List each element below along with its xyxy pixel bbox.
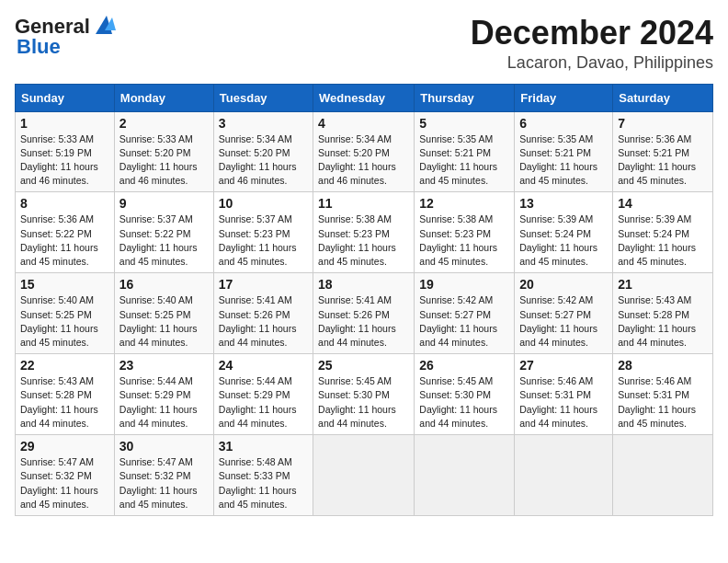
day-info: Sunrise: 5:35 AMSunset: 5:21 PMDaylight:… bbox=[519, 132, 608, 189]
calendar-week-row: 29Sunrise: 5:47 AMSunset: 5:32 PMDayligh… bbox=[16, 435, 713, 516]
day-info: Sunrise: 5:40 AMSunset: 5:25 PMDaylight:… bbox=[119, 293, 209, 350]
day-number: 19 bbox=[419, 277, 509, 292]
header-cell-sunday: Sunday bbox=[16, 84, 115, 111]
day-number: 26 bbox=[419, 358, 509, 373]
header-cell-friday: Friday bbox=[515, 84, 613, 111]
header-cell-monday: Monday bbox=[114, 84, 213, 111]
day-number: 28 bbox=[618, 358, 708, 373]
month-title: December 2024 bbox=[471, 15, 713, 52]
calendar-cell: 26Sunrise: 5:45 AMSunset: 5:30 PMDayligh… bbox=[415, 354, 515, 435]
calendar-cell bbox=[415, 435, 515, 516]
calendar-cell: 7Sunrise: 5:36 AMSunset: 5:21 PMDaylight… bbox=[613, 111, 713, 192]
day-number: 21 bbox=[618, 277, 708, 292]
day-number: 10 bbox=[219, 196, 308, 211]
calendar-cell: 21Sunrise: 5:43 AMSunset: 5:28 PMDayligh… bbox=[613, 273, 713, 354]
day-number: 29 bbox=[20, 439, 109, 454]
calendar-cell: 20Sunrise: 5:42 AMSunset: 5:27 PMDayligh… bbox=[515, 273, 613, 354]
day-info: Sunrise: 5:42 AMSunset: 5:27 PMDaylight:… bbox=[519, 293, 608, 350]
day-info: Sunrise: 5:45 AMSunset: 5:30 PMDaylight:… bbox=[318, 374, 409, 431]
calendar-cell: 23Sunrise: 5:44 AMSunset: 5:29 PMDayligh… bbox=[114, 354, 213, 435]
header-cell-tuesday: Tuesday bbox=[213, 84, 313, 111]
day-info: Sunrise: 5:47 AMSunset: 5:32 PMDaylight:… bbox=[20, 455, 109, 511]
day-info: Sunrise: 5:36 AMSunset: 5:22 PMDaylight:… bbox=[20, 213, 109, 269]
calendar-cell: 27Sunrise: 5:46 AMSunset: 5:31 PMDayligh… bbox=[515, 354, 613, 435]
calendar-week-row: 1Sunrise: 5:33 AMSunset: 5:19 PMDaylight… bbox=[16, 111, 713, 192]
day-info: Sunrise: 5:34 AMSunset: 5:20 PMDaylight:… bbox=[219, 132, 308, 189]
day-number: 27 bbox=[519, 358, 608, 373]
title-section: December 2024 Lacaron, Davao, Philippine… bbox=[471, 15, 713, 73]
day-info: Sunrise: 5:39 AMSunset: 5:24 PMDaylight:… bbox=[618, 213, 708, 269]
day-number: 17 bbox=[219, 277, 308, 292]
day-number: 6 bbox=[519, 116, 608, 131]
day-info: Sunrise: 5:44 AMSunset: 5:29 PMDaylight:… bbox=[219, 374, 308, 431]
day-number: 7 bbox=[618, 116, 708, 131]
calendar-cell: 25Sunrise: 5:45 AMSunset: 5:30 PMDayligh… bbox=[313, 354, 415, 435]
day-number: 30 bbox=[119, 439, 209, 454]
day-info: Sunrise: 5:37 AMSunset: 5:22 PMDaylight:… bbox=[119, 213, 209, 269]
day-info: Sunrise: 5:46 AMSunset: 5:31 PMDaylight:… bbox=[519, 374, 608, 431]
calendar-cell: 8Sunrise: 5:36 AMSunset: 5:22 PMDaylight… bbox=[16, 192, 115, 273]
header-cell-saturday: Saturday bbox=[613, 84, 713, 111]
day-number: 8 bbox=[20, 196, 109, 211]
calendar-cell: 15Sunrise: 5:40 AMSunset: 5:25 PMDayligh… bbox=[16, 273, 115, 354]
calendar-cell: 6Sunrise: 5:35 AMSunset: 5:21 PMDaylight… bbox=[515, 111, 613, 192]
calendar-cell: 28Sunrise: 5:46 AMSunset: 5:31 PMDayligh… bbox=[613, 354, 713, 435]
logo: General Blue bbox=[15, 15, 118, 59]
calendar-cell bbox=[313, 435, 415, 516]
header-row: SundayMondayTuesdayWednesdayThursdayFrid… bbox=[16, 84, 713, 111]
day-info: Sunrise: 5:39 AMSunset: 5:24 PMDaylight:… bbox=[519, 213, 608, 269]
calendar-cell: 2Sunrise: 5:33 AMSunset: 5:20 PMDaylight… bbox=[114, 111, 213, 192]
day-info: Sunrise: 5:35 AMSunset: 5:21 PMDaylight:… bbox=[419, 132, 509, 189]
calendar-cell: 22Sunrise: 5:43 AMSunset: 5:28 PMDayligh… bbox=[16, 354, 115, 435]
day-number: 5 bbox=[419, 116, 509, 131]
calendar-cell: 17Sunrise: 5:41 AMSunset: 5:26 PMDayligh… bbox=[213, 273, 313, 354]
day-number: 1 bbox=[20, 116, 109, 131]
day-info: Sunrise: 5:33 AMSunset: 5:20 PMDaylight:… bbox=[119, 132, 209, 189]
calendar-week-row: 22Sunrise: 5:43 AMSunset: 5:28 PMDayligh… bbox=[16, 354, 713, 435]
calendar-week-row: 8Sunrise: 5:36 AMSunset: 5:22 PMDaylight… bbox=[16, 192, 713, 273]
calendar-cell bbox=[515, 435, 613, 516]
day-number: 9 bbox=[119, 196, 209, 211]
page-header: General Blue December 2024 Lacaron, Dava… bbox=[15, 15, 713, 73]
calendar-week-row: 15Sunrise: 5:40 AMSunset: 5:25 PMDayligh… bbox=[16, 273, 713, 354]
location-title: Lacaron, Davao, Philippines bbox=[471, 53, 713, 73]
day-number: 11 bbox=[318, 196, 409, 211]
day-info: Sunrise: 5:45 AMSunset: 5:30 PMDaylight:… bbox=[419, 374, 509, 431]
header-cell-thursday: Thursday bbox=[415, 84, 515, 111]
calendar-cell bbox=[613, 435, 713, 516]
calendar-cell: 4Sunrise: 5:34 AMSunset: 5:20 PMDaylight… bbox=[313, 111, 415, 192]
calendar-cell: 1Sunrise: 5:33 AMSunset: 5:19 PMDaylight… bbox=[16, 111, 115, 192]
calendar-cell: 31Sunrise: 5:48 AMSunset: 5:33 PMDayligh… bbox=[213, 435, 313, 516]
day-info: Sunrise: 5:37 AMSunset: 5:23 PMDaylight:… bbox=[219, 213, 308, 269]
day-info: Sunrise: 5:33 AMSunset: 5:19 PMDaylight:… bbox=[20, 132, 109, 189]
day-number: 14 bbox=[618, 196, 708, 211]
calendar-header: SundayMondayTuesdayWednesdayThursdayFrid… bbox=[16, 84, 713, 111]
header-cell-wednesday: Wednesday bbox=[313, 84, 415, 111]
day-info: Sunrise: 5:36 AMSunset: 5:21 PMDaylight:… bbox=[618, 132, 708, 189]
day-number: 18 bbox=[318, 277, 409, 292]
day-info: Sunrise: 5:38 AMSunset: 5:23 PMDaylight:… bbox=[419, 213, 509, 269]
day-number: 31 bbox=[219, 439, 308, 454]
day-number: 16 bbox=[119, 277, 209, 292]
calendar-cell: 12Sunrise: 5:38 AMSunset: 5:23 PMDayligh… bbox=[415, 192, 515, 273]
calendar-body: 1Sunrise: 5:33 AMSunset: 5:19 PMDaylight… bbox=[16, 111, 713, 515]
day-number: 2 bbox=[119, 116, 209, 131]
day-number: 25 bbox=[318, 358, 409, 373]
day-info: Sunrise: 5:47 AMSunset: 5:32 PMDaylight:… bbox=[119, 455, 209, 511]
calendar-cell: 19Sunrise: 5:42 AMSunset: 5:27 PMDayligh… bbox=[415, 273, 515, 354]
calendar-cell: 10Sunrise: 5:37 AMSunset: 5:23 PMDayligh… bbox=[213, 192, 313, 273]
day-info: Sunrise: 5:41 AMSunset: 5:26 PMDaylight:… bbox=[219, 293, 308, 350]
day-number: 24 bbox=[219, 358, 308, 373]
calendar-cell: 5Sunrise: 5:35 AMSunset: 5:21 PMDaylight… bbox=[415, 111, 515, 192]
day-info: Sunrise: 5:38 AMSunset: 5:23 PMDaylight:… bbox=[318, 213, 409, 269]
day-number: 20 bbox=[519, 277, 608, 292]
calendar-cell: 16Sunrise: 5:40 AMSunset: 5:25 PMDayligh… bbox=[114, 273, 213, 354]
day-number: 12 bbox=[419, 196, 509, 211]
day-info: Sunrise: 5:34 AMSunset: 5:20 PMDaylight:… bbox=[318, 132, 409, 189]
day-info: Sunrise: 5:48 AMSunset: 5:33 PMDaylight:… bbox=[219, 455, 308, 511]
day-info: Sunrise: 5:43 AMSunset: 5:28 PMDaylight:… bbox=[618, 293, 708, 350]
day-info: Sunrise: 5:42 AMSunset: 5:27 PMDaylight:… bbox=[419, 293, 509, 350]
calendar-cell: 3Sunrise: 5:34 AMSunset: 5:20 PMDaylight… bbox=[213, 111, 313, 192]
calendar-cell: 30Sunrise: 5:47 AMSunset: 5:32 PMDayligh… bbox=[114, 435, 213, 516]
day-info: Sunrise: 5:46 AMSunset: 5:31 PMDaylight:… bbox=[618, 374, 708, 431]
